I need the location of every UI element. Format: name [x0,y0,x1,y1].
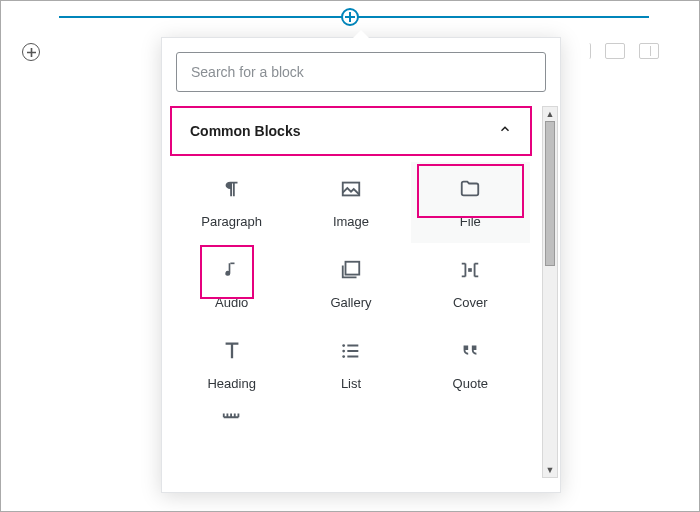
block-file[interactable]: File [411,162,530,243]
block-grid: Paragraph Image File Audio [162,156,540,405]
placeholder-icon [605,43,625,59]
plus-icon [345,12,355,22]
placeholder-icon [639,43,659,59]
block-gallery[interactable]: Gallery [291,243,410,324]
placeholder-icon [579,43,591,59]
block-label: Audio [215,295,248,310]
block-audio[interactable]: Audio [172,243,291,324]
block-label: Paragraph [201,214,262,229]
scrollbar-thumb[interactable] [545,121,555,266]
block-paragraph[interactable]: Paragraph [172,162,291,243]
heading-icon [219,338,245,364]
scroll-down-icon[interactable]: ▼ [543,463,557,477]
block-label: Quote [453,376,488,391]
plus-icon [27,48,36,57]
image-icon [338,176,364,202]
block-image[interactable]: Image [291,162,410,243]
partial-next-row [162,405,540,427]
audio-icon [219,257,245,283]
insert-block-side-button[interactable] [22,43,40,61]
block-heading[interactable]: Heading [172,324,291,405]
block-label: Heading [207,376,255,391]
list-icon [338,338,364,364]
scroll-up-icon[interactable]: ▲ [543,107,557,121]
block-cover[interactable]: Cover [411,243,530,324]
chevron-up-icon [498,122,512,140]
video-icon [172,405,291,427]
svg-point-5 [342,355,345,358]
svg-point-3 [342,344,345,347]
block-label: Image [333,214,369,229]
folder-icon [457,176,483,202]
block-label: Cover [453,295,488,310]
svg-rect-1 [345,262,359,275]
gallery-icon [338,257,364,283]
block-quote[interactable]: Quote [411,324,530,405]
panel-title: Common Blocks [190,123,300,139]
panel-common-blocks[interactable]: Common Blocks [170,106,532,156]
paragraph-icon [219,176,245,202]
cover-icon [457,257,483,283]
svg-rect-2 [468,268,472,272]
insert-block-top-button[interactable] [341,8,359,26]
search-input[interactable] [176,52,546,92]
popover-arrow [353,30,369,38]
quote-icon [457,338,483,364]
block-label: List [341,376,361,391]
scrollbar[interactable]: ▲ ▼ [542,106,558,478]
block-label: File [460,214,481,229]
svg-point-4 [342,350,345,353]
block-list[interactable]: List [291,324,410,405]
block-inserter-popover: Common Blocks Paragraph Image [161,37,561,493]
block-label: Gallery [330,295,371,310]
block-type-placeholders [579,43,659,59]
